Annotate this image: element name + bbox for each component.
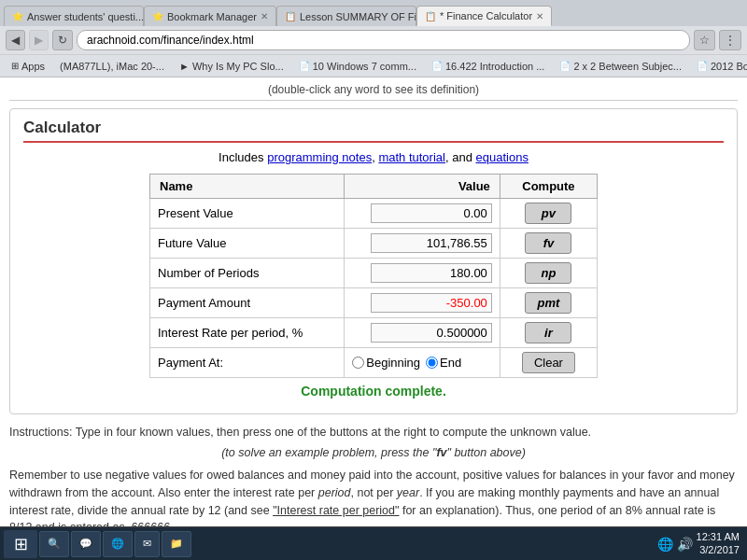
payment-at-label: Payment At: (150, 348, 345, 378)
pmt-name: Payment Amount (150, 288, 345, 318)
equations-link[interactable]: equations (476, 150, 529, 164)
tab-2-close[interactable]: ✕ (261, 11, 268, 21)
table-row: Payment Amount pmt (150, 288, 598, 318)
forward-button[interactable]: ▶ (29, 30, 49, 50)
instructions-1-text: Instructions: Type in four known values,… (9, 426, 591, 439)
bookmark-imac-label: (MA877LL), iMac 20-... (60, 61, 164, 72)
pmt-compute-button[interactable]: pmt (525, 292, 571, 314)
ir-compute-cell: ir (500, 318, 597, 348)
links-prefix: Includes (218, 150, 263, 164)
bookmark-windows-label: 10 Windows 7 comm... (313, 61, 416, 72)
body-1-text: Remember to use negative values for owed… (9, 469, 735, 534)
sep2: , and (445, 150, 472, 164)
programming-notes-link[interactable]: programming notes (267, 150, 372, 164)
bookmark-button[interactable]: ☆ (694, 30, 715, 50)
tab-2-label: Bookmark Manager (167, 11, 257, 22)
bookmark-apps[interactable]: ⊞ Apps (6, 60, 50, 73)
bookmark-2x2-label: 2 x 2 Between Subjec... (573, 61, 682, 72)
pv-compute-button[interactable]: pv (525, 203, 571, 224)
fv-compute-button[interactable]: fv (525, 232, 571, 254)
instructions-2: (to solve an example problem, press the … (9, 446, 738, 459)
table-row: Number of Periods np (150, 259, 598, 288)
col-compute-header: Compute (500, 175, 597, 199)
clock-time: 12:31 AM (697, 531, 740, 543)
tab-3-label: Lesson SUMMARY OF Fi... (300, 11, 416, 22)
instructions-2-prefix: (to solve an example problem, press the … (221, 446, 436, 459)
end-radio-label[interactable]: End (426, 356, 461, 370)
settings-button[interactable]: ⋮ (719, 30, 741, 50)
np-compute-button[interactable]: np (525, 262, 571, 284)
fv-name: Future Value (150, 229, 345, 259)
np-value-input[interactable] (371, 263, 492, 283)
volume-icon[interactable]: 🔊 (677, 537, 693, 552)
pv-value-cell (345, 199, 500, 229)
beginning-radio[interactable] (352, 357, 364, 369)
np-compute-cell: np (500, 259, 597, 288)
tab-1-label: Answer students' questi... (27, 11, 144, 22)
fv-value-input[interactable] (371, 233, 492, 253)
tab-3[interactable]: 📋 Lesson SUMMARY OF Fi... ✕ (276, 6, 416, 26)
table-row: Interest Rate per period, % ir (150, 318, 598, 348)
clear-button[interactable]: Clear (522, 352, 575, 373)
tab-4[interactable]: 📋 * Finance Calculator ✕ (416, 6, 552, 26)
address-bar[interactable] (77, 30, 690, 50)
ir-compute-button[interactable]: ir (525, 322, 571, 343)
taskbar-cortana-button[interactable]: 💬 (71, 531, 101, 557)
taskbar-browser-button[interactable]: 🌐 (103, 531, 133, 557)
bookmark-intro[interactable]: 📄 16.422 Introduction ... (426, 60, 550, 73)
ir-value-input[interactable] (371, 323, 492, 343)
beginning-radio-label[interactable]: Beginning (352, 356, 420, 370)
computation-complete: Computation complete. (23, 378, 724, 400)
end-label: End (440, 356, 461, 370)
taskbar-search-button[interactable]: 🔍 (39, 531, 69, 557)
beginning-label: Beginning (366, 356, 420, 370)
tab-2-icon: ⭐ (152, 11, 163, 21)
taskbar-files-button[interactable]: 📁 (162, 531, 191, 557)
taskbar-clock[interactable]: 12:31 AM 3/2/2017 (697, 531, 740, 555)
bookmark-intro-label: 16.422 Introduction ... (445, 61, 544, 72)
tab-1[interactable]: ⭐ Answer students' questi... ✕ (4, 6, 144, 26)
bookmark-windows-icon: 📄 (299, 61, 310, 71)
start-button[interactable]: ⊞ (4, 530, 37, 558)
pv-name: Present Value (150, 199, 345, 229)
instructions-1: Instructions: Type in four known values,… (9, 426, 738, 439)
table-row: Future Value fv (150, 229, 598, 259)
ir-value-cell (345, 318, 500, 348)
clock-date: 3/2/2017 (697, 544, 740, 556)
np-name: Number of Periods (150, 259, 345, 288)
network-icon[interactable]: 🌐 (657, 537, 673, 552)
bookmark-archive[interactable]: 📄 2012 Book Archive (691, 60, 747, 73)
np-value-cell (345, 259, 500, 288)
fv-compute-cell: fv (500, 229, 597, 259)
bookmark-windows[interactable]: 📄 10 Windows 7 comm... (293, 60, 422, 73)
payment-at-options-cell: Beginning End (345, 348, 500, 378)
calc-table: Name Value Compute Present Value pv Futu… (149, 174, 598, 378)
ir-name: Interest Rate per period, % (150, 318, 345, 348)
back-button[interactable]: ◀ (6, 30, 25, 50)
bookmark-pc-label: ► Why Is My PC Slo... (179, 61, 284, 72)
table-header-row: Name Value Compute (150, 175, 598, 199)
browser-chrome: ⭐ Answer students' questi... ✕ ⭐ Bookmar… (0, 0, 747, 77)
bookmark-2x2[interactable]: 📄 2 x 2 Between Subjec... (554, 60, 687, 73)
clear-cell: Clear (500, 348, 597, 378)
tab-1-icon: ⭐ (12, 11, 23, 21)
tab-3-icon: 📋 (285, 11, 296, 21)
taskbar-tray: 🌐 🔊 12:31 AM 3/2/2017 (657, 531, 743, 555)
table-row: Present Value pv (150, 199, 598, 229)
reload-button[interactable]: ↻ (52, 30, 73, 50)
bookmark-imac[interactable]: (MA877LL), iMac 20-... (54, 60, 170, 73)
payment-at-radio-group: Beginning End (352, 356, 492, 370)
instructions-2-suffix: " button above) (447, 446, 526, 459)
pmt-value-cell (345, 288, 500, 318)
bookmark-pc[interactable]: ► Why Is My PC Slo... (174, 60, 289, 73)
pv-compute-cell: pv (500, 199, 597, 229)
end-radio[interactable] (426, 357, 438, 369)
tab-4-close[interactable]: ✕ (536, 11, 543, 21)
col-name-header: Name (150, 175, 345, 199)
tab-2[interactable]: ⭐ Bookmark Manager ✕ (144, 6, 276, 26)
pv-value-input[interactable] (371, 203, 492, 223)
math-tutorial-link[interactable]: math tutorial (378, 150, 445, 164)
taskbar-mail-button[interactable]: ✉ (134, 531, 160, 557)
start-icon: ⊞ (14, 534, 28, 554)
pmt-value-input[interactable] (371, 293, 492, 313)
